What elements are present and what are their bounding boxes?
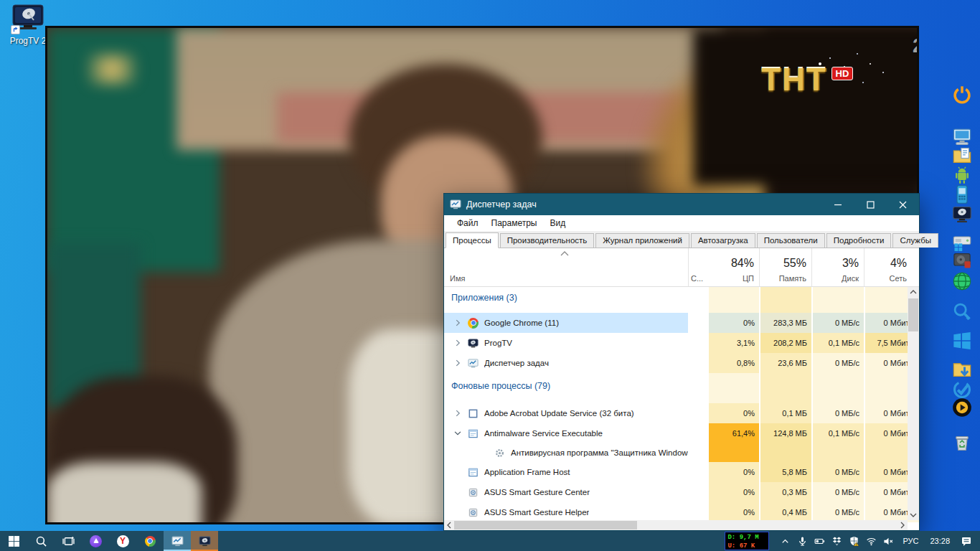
taskbar-button-chrome[interactable]: [136, 531, 164, 551]
progtv-shortcut-icon: [12, 4, 44, 32]
chevron-right-icon[interactable]: [453, 408, 463, 418]
asus-icon: [468, 507, 479, 518]
disk-label: Диск: [842, 274, 859, 283]
process-row[interactable]: Adobe Acrobat Update Service (32 бита)0%…: [444, 403, 919, 423]
dropbox-icon[interactable]: [828, 531, 845, 551]
mic-icon[interactable]: [793, 531, 811, 551]
taskbar-button-search[interactable]: [27, 531, 55, 551]
taskbar-button-start[interactable]: [0, 531, 27, 551]
memory-cell: [759, 287, 811, 313]
taskbar-clock[interactable]: 23:28: [924, 537, 956, 545]
cpu-cell: 0%: [707, 403, 759, 423]
tab-автозагрузка[interactable]: Автозагрузка: [691, 233, 755, 248]
chevron-right-icon[interactable]: [453, 338, 463, 348]
tab-подробности[interactable]: Подробности: [826, 233, 892, 248]
status-cell: [688, 403, 707, 423]
minimize-button[interactable]: [822, 194, 854, 215]
desktop-icon-recycle-bin[interactable]: [952, 433, 972, 453]
memory-cell: 0,3 МБ: [759, 482, 811, 502]
desktop-icon-search-plus[interactable]: [952, 301, 972, 321]
column-cpu[interactable]: 84% ЦП: [688, 248, 759, 286]
taskbar-button-task-view[interactable]: [55, 531, 82, 551]
process-row[interactable]: Antimalware Service Executable61,4%124,8…: [444, 423, 919, 443]
desktop-icon-android[interactable]: [952, 165, 972, 185]
process-row[interactable]: Антивирусная программа "Защитника Window…: [444, 443, 919, 462]
column-disk[interactable]: 3% Диск: [811, 248, 864, 286]
desktop-icon-folder-download[interactable]: [952, 359, 972, 380]
vertical-scroll-thumb[interactable]: [908, 298, 918, 331]
menu-файл[interactable]: Файл: [451, 217, 484, 230]
process-label: ASUS Smart Gesture Center: [484, 488, 590, 496]
tab-службы[interactable]: Службы: [892, 233, 938, 248]
chevron-right-icon[interactable]: [453, 318, 463, 328]
column-network[interactable]: 4% Сеть: [864, 248, 912, 286]
column-memory[interactable]: 55% Память: [759, 248, 811, 286]
status-cell: [688, 313, 707, 333]
tab-пользователи[interactable]: Пользователи: [757, 233, 825, 248]
memory-label: Память: [779, 274, 806, 283]
battery-icon[interactable]: [811, 531, 828, 551]
cpu-cell: 3,1%: [707, 333, 759, 353]
menu-параметры[interactable]: Параметры: [486, 217, 543, 230]
process-group-row[interactable]: Фоновые процессы (79): [444, 373, 919, 403]
process-row[interactable]: ASUS Smart Gesture Helper0%0,4 МБ0 МБ/с0…: [444, 502, 919, 522]
cpu-total-pct: 84%: [731, 257, 754, 270]
process-row[interactable]: ProgTV3,1%208,2 МБ0,1 МБ/с7,5 Мбит/с: [444, 333, 919, 353]
taskbar-button-yandex-browser[interactable]: Y: [109, 531, 136, 551]
desktop-icon-phone[interactable]: [952, 184, 972, 204]
tab-производительность[interactable]: Производительность: [500, 233, 595, 248]
status-cell: [688, 482, 707, 502]
cpu-cell: [707, 373, 759, 403]
tab-процессы[interactable]: Процессы: [446, 232, 499, 248]
taskbar-button-task-manager[interactable]: [164, 531, 191, 551]
process-group-row[interactable]: Приложения (3): [444, 287, 919, 313]
close-button[interactable]: [887, 194, 919, 215]
chevron-right-icon[interactable]: [453, 358, 463, 368]
scroll-down-icon[interactable]: [908, 510, 919, 520]
column-name-label[interactable]: Имя: [450, 274, 465, 283]
network-speed-monitor[interactable]: D: 9,7 M U: 67 K: [725, 532, 769, 550]
video-scene-shape: [47, 462, 202, 524]
menu-вид[interactable]: Вид: [544, 217, 571, 230]
chevron-up-icon[interactable]: [776, 531, 793, 551]
taskbar-button-progtv[interactable]: [191, 531, 218, 551]
volume-muted-icon[interactable]: [880, 531, 897, 551]
desktop-icon-hdd[interactable]: [952, 250, 972, 270]
wifi-icon[interactable]: [862, 531, 880, 551]
defender-warning-icon[interactable]: [845, 531, 862, 551]
maximize-button[interactable]: [854, 194, 887, 215]
vertical-scrollbar[interactable]: [908, 287, 919, 520]
action-center-icon[interactable]: [956, 531, 977, 551]
disk-cell: [811, 443, 864, 462]
status-cell: [688, 423, 707, 443]
desktop-icon-tv-sat[interactable]: [952, 204, 972, 225]
tab-журнал-приложений[interactable]: Журнал приложений: [595, 233, 689, 248]
process-row[interactable]: Google Chrome (11)0%283,3 МБ0 МБ/с0 Мбит…: [444, 313, 919, 333]
desktop-icon-windows[interactable]: [952, 331, 972, 351]
language-indicator[interactable]: РУС: [897, 537, 924, 545]
scroll-up-icon[interactable]: [908, 287, 919, 297]
desktop-icon-win-drive[interactable]: [952, 232, 972, 252]
scroll-right-icon[interactable]: [897, 520, 908, 530]
desktop-icon-folder-doc[interactable]: [952, 146, 972, 166]
column-header[interactable]: Имя С... 84% ЦП 55% Память 3% Диск 4% Се…: [444, 248, 919, 287]
taskbar-button-alice[interactable]: [82, 531, 109, 551]
desktop-icon-check[interactable]: [952, 380, 972, 400]
desktop-icon-aimp[interactable]: [952, 397, 972, 418]
desktop-icon-power[interactable]: [952, 85, 972, 105]
horizontal-scrollbar[interactable]: [444, 520, 908, 530]
memory-cell: 124,8 МБ: [759, 423, 811, 443]
cpu-cell: 0%: [707, 313, 759, 333]
process-row[interactable]: Диспетчер задач0,8%23,6 МБ0 МБ/с0 Мбит/с: [444, 353, 919, 373]
horizontal-scroll-thumb[interactable]: [454, 521, 637, 529]
process-row[interactable]: Application Frame Host0%5,8 МБ0 МБ/с0 Мб…: [444, 462, 919, 482]
process-name-cell: Application Frame Host: [444, 462, 688, 482]
scroll-left-icon[interactable]: [444, 520, 454, 530]
desktop-icon-computer[interactable]: [952, 126, 972, 146]
task-manager-titlebar[interactable]: Диспетчер задач: [444, 194, 919, 215]
desktop-icon-globe[interactable]: [952, 271, 972, 291]
process-row[interactable]: ASUS Smart Gesture Center0%0,3 МБ0 МБ/с0…: [444, 482, 919, 502]
chevron-down-icon[interactable]: [453, 428, 463, 438]
status-cell: [688, 373, 707, 403]
task-manager-window[interactable]: Диспетчер задач ФайлПараметрыВид Процесс…: [443, 193, 920, 531]
